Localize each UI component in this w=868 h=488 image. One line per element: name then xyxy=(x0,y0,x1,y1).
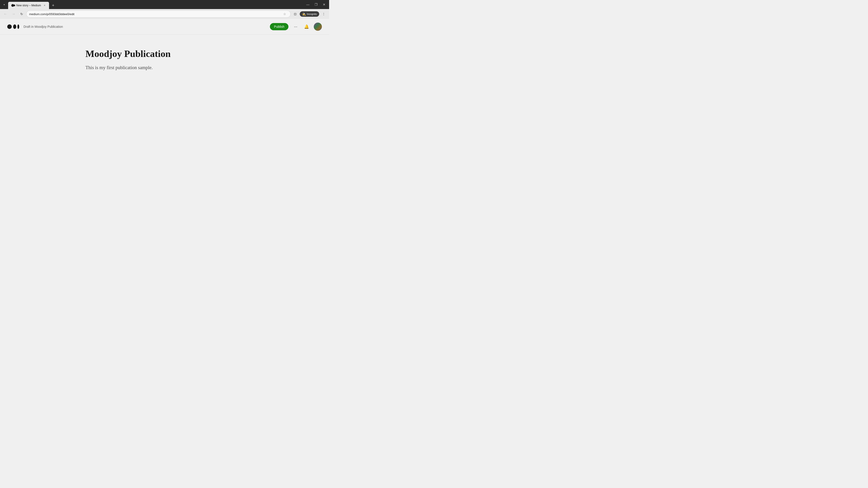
more-options-button[interactable]: ··· xyxy=(292,23,299,30)
address-bar-url: medium.com/p/0593dd3ddee0/edit xyxy=(29,12,280,16)
chrome-menu-icon: ⋮ xyxy=(322,12,325,16)
incognito-icon: 🕵 xyxy=(302,12,306,16)
notifications-button[interactable]: 🔔 xyxy=(303,23,310,30)
split-view-icon: ⊡ xyxy=(294,12,297,16)
story-body[interactable]: This is my first publication sample. xyxy=(86,64,244,72)
svg-point-2 xyxy=(18,24,19,29)
page-content: Draft in Moodjoy Publication Publish ···… xyxy=(0,19,329,184)
svg-point-1 xyxy=(13,24,16,29)
chrome-menu-button[interactable]: ⋮ xyxy=(320,10,327,18)
medium-logo-area: Draft in Moodjoy Publication xyxy=(7,23,63,30)
address-bar[interactable]: medium.com/p/0593dd3ddee0/edit ☆ xyxy=(26,10,291,18)
forward-button[interactable]: → xyxy=(10,10,17,18)
story-title[interactable]: Moodjoy Publication xyxy=(86,48,244,59)
medium-header: Draft in Moodjoy Publication Publish ···… xyxy=(0,19,329,35)
close-button[interactable]: ✕ xyxy=(321,1,327,8)
medium-header-actions: Publish ··· 🔔 xyxy=(270,23,322,31)
bookmark-button[interactable]: ☆ xyxy=(281,11,288,17)
incognito-label: Incognito xyxy=(307,13,317,15)
editor-area: Moodjoy Publication This is my first pub… xyxy=(81,35,248,85)
refresh-button[interactable]: ↻ xyxy=(18,10,25,18)
svg-point-0 xyxy=(7,24,12,29)
split-view-button[interactable]: ⊡ xyxy=(291,10,299,18)
tab-close-button[interactable]: × xyxy=(43,4,46,7)
bell-icon: 🔔 xyxy=(304,24,309,29)
more-options-icon: ··· xyxy=(294,24,297,29)
minimize-button[interactable]: — xyxy=(305,1,311,8)
active-tab[interactable]: New story – Medium × xyxy=(8,2,49,9)
draft-label: Draft in Moodjoy Publication xyxy=(24,25,63,29)
tab-dropdown-button[interactable]: ▾ xyxy=(2,1,6,8)
new-tab-button[interactable]: + xyxy=(50,2,56,8)
back-button[interactable]: ← xyxy=(2,10,9,18)
tab-favicon xyxy=(11,4,14,7)
maximize-button[interactable]: ❐ xyxy=(313,1,319,8)
publish-button[interactable]: Publish xyxy=(270,23,288,30)
incognito-badge[interactable]: 🕵 Incognito xyxy=(300,11,319,17)
medium-logo[interactable] xyxy=(7,23,20,30)
user-avatar[interactable] xyxy=(314,23,322,31)
tab-title: New story – Medium xyxy=(16,4,41,7)
